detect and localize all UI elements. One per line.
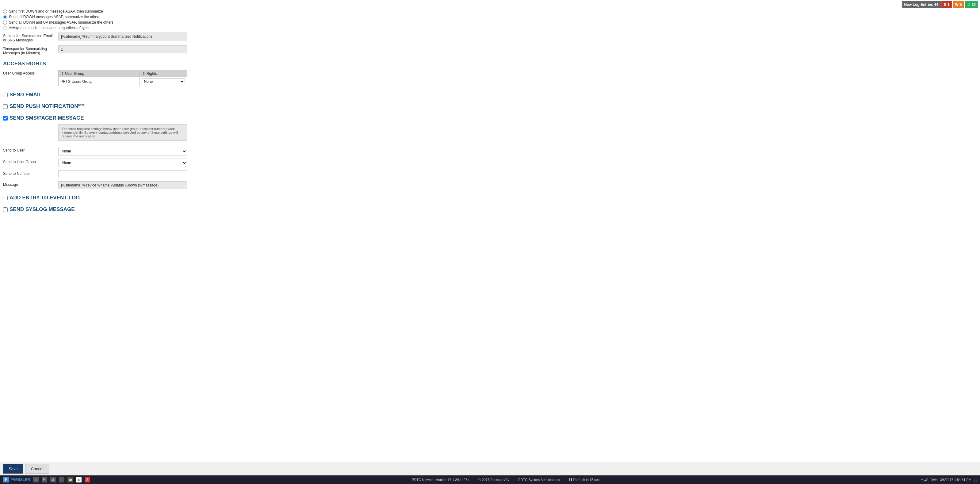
- sms-info-spacer: [3, 124, 58, 126]
- radio-option-1: Send all DOWN messages ASAP, summarize t…: [3, 15, 974, 19]
- table-row: PRTG Users Group None Read Write Full: [59, 77, 187, 86]
- logo-icon: P: [3, 477, 9, 482]
- send-email-header: SEND EMAIL: [3, 92, 974, 98]
- user-group-col-header: ⇕ User Group: [59, 70, 140, 77]
- send-to-user-row: Send to User None: [3, 147, 974, 156]
- sms-info-value: The three recipient settings below (user…: [58, 124, 974, 144]
- warning-count-button[interactable]: W 5: [953, 1, 964, 8]
- radio-label-0: Send first DOWN and or message ASAP, the…: [9, 9, 103, 13]
- error-count: 1: [948, 2, 950, 7]
- send-sms-header: SEND SMS/PAGER MESSAGE: [3, 115, 974, 121]
- user-initials: DAN: [931, 478, 938, 482]
- sms-info-row: The three recipient settings below (user…: [3, 124, 974, 144]
- send-to-group-select[interactable]: None: [58, 159, 187, 167]
- cancel-button[interactable]: Cancel: [25, 464, 49, 474]
- user-group-access-row: User Group Access ⇕ User Group ⇕ Rights: [3, 70, 974, 86]
- send-syslog-header: SEND SYSLOG MESSAGE: [3, 206, 974, 213]
- ok-icon: ✓: [967, 2, 970, 7]
- send-to-user-label: Send to User: [3, 147, 58, 153]
- bottom-toolbar: Save Cancel: [0, 462, 980, 475]
- version-label: PRTG Network Monitor 17.1.29.1427+: [412, 478, 469, 482]
- send-to-number-row: Send to Number: [3, 170, 974, 178]
- refresh-indicator: Refresh in 15 sec: [570, 478, 600, 482]
- new-log-count: 44: [934, 2, 938, 7]
- radio-label-2: Send all DOWN and UP messages ASAP, summ…: [9, 20, 113, 24]
- send-syslog-label: SEND SYSLOG MESSAGE: [10, 206, 75, 213]
- refresh-label: Refresh in 15 sec: [573, 478, 600, 482]
- radio-input-2[interactable]: [3, 21, 7, 24]
- subject-display: [%sitename] %summarycount Summarized Not…: [58, 32, 187, 40]
- warning-icon: W: [955, 2, 959, 7]
- sms-message-label: Message: [3, 181, 58, 187]
- sort-arrow-r: ⇕: [142, 72, 146, 76]
- rights-cell: None Read Write Full: [140, 77, 187, 86]
- radio-option-0: Send first DOWN and or message ASAP, the…: [3, 9, 974, 13]
- send-to-group-value: None: [58, 159, 974, 167]
- ie-icon[interactable]: e: [59, 477, 64, 482]
- send-to-number-input[interactable]: [58, 170, 187, 178]
- user-group-access-value: ⇕ User Group ⇕ Rights PRTG Users Group: [58, 70, 974, 86]
- send-to-group-label: Send to User Group: [3, 159, 58, 164]
- radio-option-3: Always summarize messages, regardless of…: [3, 26, 974, 30]
- radio-option-2: Send all DOWN and UP messages ASAP, summ…: [3, 20, 974, 24]
- taskbar: P PAESSLER ⊞ 🔍 ⧉ e 📁 ◉ S PRTG Network Mo…: [0, 475, 980, 484]
- radio-input-1[interactable]: [3, 15, 7, 19]
- taskbar-left: P PAESSLER ⊞ 🔍 ⧉ e 📁 ◉ S: [3, 477, 90, 482]
- user-group-access-label: User Group Access: [3, 70, 58, 75]
- summarize-options: Send first DOWN and or message ASAP, the…: [3, 9, 974, 30]
- rights-select[interactable]: None Read Write Full: [142, 78, 185, 85]
- timespan-value: 1: [58, 45, 974, 53]
- error-count-button[interactable]: !! 1: [941, 1, 952, 8]
- pause-bar-1: [570, 478, 570, 481]
- save-button[interactable]: Save: [3, 464, 23, 474]
- radio-input-0[interactable]: [3, 10, 7, 13]
- system-tray: ^ 🔊: [921, 478, 928, 482]
- send-push-checkbox[interactable]: [3, 104, 8, 109]
- new-log-label: New Log Entries: [904, 2, 933, 7]
- subject-value: [%sitename] %summarycount Summarized Not…: [58, 32, 974, 40]
- ok-count-button[interactable]: ✓ 20: [965, 1, 978, 8]
- folder-icon[interactable]: 📁: [67, 477, 73, 482]
- taskbar-center: PRTG Network Monitor 17.1.29.1427+ © 201…: [412, 478, 600, 482]
- send-email-label: SEND EMAIL: [10, 92, 42, 98]
- access-rights-title: ACCESS RIGHTS: [3, 61, 46, 67]
- send-sms-checkbox[interactable]: [3, 116, 8, 121]
- new-log-entries-button[interactable]: New Log Entries 44: [902, 1, 941, 8]
- beta-badge: BETA: [78, 103, 84, 107]
- access-table: ⇕ User Group ⇕ Rights PRTG Users Group: [58, 70, 187, 86]
- send-to-user-select[interactable]: None: [58, 147, 187, 156]
- warning-count: 5: [960, 2, 962, 7]
- pause-icon: [570, 478, 572, 481]
- admin-label: PRTG System Administrator: [518, 478, 560, 482]
- chrome-icon[interactable]: ◉: [76, 477, 81, 482]
- task-view-icon[interactable]: ⧉: [50, 477, 56, 482]
- pause-bar-2: [571, 478, 572, 481]
- send-to-group-row: Send to User Group None: [3, 159, 974, 167]
- send-to-number-label: Send to Number: [3, 170, 58, 176]
- start-icon[interactable]: ⊞: [33, 477, 39, 482]
- add-event-log-checkbox[interactable]: [3, 196, 8, 200]
- send-email-checkbox[interactable]: [3, 92, 8, 97]
- access-rights-header: ACCESS RIGHTS: [3, 61, 974, 67]
- datetime-label: 3/8/2017 1:54:31 PM: [940, 478, 971, 482]
- sort-arrow-ug: ⇕: [61, 72, 65, 76]
- user-group-cell: PRTG Users Group: [59, 77, 140, 86]
- radio-label-1: Send all DOWN messages ASAP, summarize t…: [9, 15, 100, 19]
- rights-col-header: ⇕ Rights: [140, 70, 187, 77]
- copyright-label: © 2017 Paessler AG: [478, 478, 509, 482]
- paessler-name: PAESSLER: [10, 478, 30, 482]
- notification-bar: New Log Entries 44 !! 1 W 5 ✓ 20: [900, 0, 980, 9]
- send-push-header: SEND PUSH NOTIFICATIONBETA: [3, 103, 974, 110]
- sms-message-display: [%sitename] %device %name %status %down …: [58, 181, 187, 189]
- add-event-log-label: ADD ENTRY TO EVENT LOG: [10, 195, 80, 201]
- radio-input-3[interactable]: [3, 26, 7, 30]
- search-icon[interactable]: 🔍: [42, 477, 47, 482]
- notification-icon: ⬚: [974, 478, 977, 482]
- subject-row: Subject for Summarized Email or SNS Mess…: [3, 32, 974, 42]
- timespan-row: Timespan for Summarizing Messages (in Mi…: [3, 45, 974, 55]
- taskbar-right: ^ 🔊 DAN 3/8/2017 1:54:31 PM ⬚: [921, 478, 977, 482]
- app-icon[interactable]: S: [84, 477, 90, 482]
- send-syslog-checkbox[interactable]: [3, 207, 8, 212]
- subject-label: Subject for Summarized Email or SNS Mess…: [3, 32, 58, 42]
- add-event-log-header: ADD ENTRY TO EVENT LOG: [3, 195, 974, 201]
